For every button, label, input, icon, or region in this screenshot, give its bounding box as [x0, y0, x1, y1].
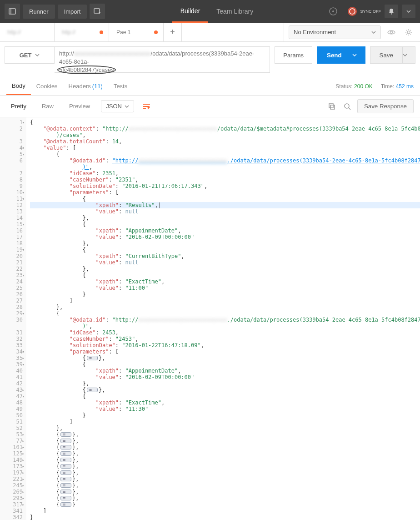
- tab-builder[interactable]: Builder: [172, 0, 209, 23]
- toggle-sidebar-button[interactable]: [5, 4, 20, 19]
- code-line[interactable]: }: [30, 514, 420, 520]
- fold-toggle[interactable]: ▸: [22, 489, 25, 495]
- code-line[interactable]: ]: [30, 419, 420, 425]
- code-line[interactable]: ]: [30, 298, 420, 304]
- fold-toggle[interactable]: ▾: [22, 361, 25, 368]
- fold-toggle[interactable]: ▸: [22, 476, 25, 482]
- fold-toggle[interactable]: ▾: [22, 196, 25, 202]
- fold-toggle[interactable]: ▾: [22, 393, 25, 399]
- code-line[interactable]: "value": null: [30, 208, 420, 215]
- code-line[interactable]: {: [30, 361, 420, 368]
- fold-toggle[interactable]: ▸: [22, 470, 25, 476]
- fold-toggle[interactable]: ▸: [22, 387, 25, 393]
- env-settings-button[interactable]: [402, 25, 415, 39]
- fold-toggle[interactable]: ▸: [22, 482, 25, 489]
- code-line[interactable]: "value": "11:30": [30, 406, 420, 412]
- code-line[interactable]: {: [30, 272, 420, 278]
- sync-status[interactable]: SYNC OFF: [347, 6, 381, 16]
- code-line[interactable]: "parameters": [: [30, 348, 420, 355]
- code-line[interactable]: )/cases",: [30, 132, 420, 138]
- code-line[interactable]: {: [30, 221, 420, 227]
- fold-toggle[interactable]: ▸: [22, 463, 25, 470]
- environment-select[interactable]: No Environment: [289, 25, 381, 39]
- runner-button[interactable]: Runner: [23, 5, 55, 19]
- code-line[interactable]: "xpath": "AppoinmentDate",: [30, 227, 420, 234]
- fold-toggle[interactable]: ▾: [22, 151, 25, 157]
- fold-toggle[interactable]: ▾: [22, 221, 25, 227]
- send-button[interactable]: Send: [317, 46, 352, 64]
- code-line[interactable]: {},: [30, 457, 420, 463]
- code-line[interactable]: {},: [30, 476, 420, 482]
- new-window-button[interactable]: [90, 4, 105, 19]
- code-line[interactable]: "@odata.context": "http://xxxxxxxxxxxxxx…: [30, 126, 420, 132]
- code-line[interactable]: "caseNumber": "2453",: [30, 336, 420, 342]
- code-line[interactable]: "xpath": "ExactTime",: [30, 399, 420, 406]
- wrap-lines-button[interactable]: [140, 101, 152, 111]
- response-tab-headers[interactable]: Headers (11): [63, 77, 108, 95]
- fold-toggle[interactable]: ▾: [22, 272, 25, 278]
- code-line[interactable]: {: [30, 247, 420, 253]
- request-tab-2[interactable]: http://: [55, 23, 109, 41]
- interceptor-button[interactable]: [325, 4, 341, 19]
- code-line[interactable]: "solutionDate": "2016-01-21T17:06:17.343…: [30, 183, 420, 189]
- fold-toggle[interactable]: ▸: [22, 431, 25, 438]
- search-response-button[interactable]: [342, 101, 353, 112]
- code-line[interactable]: {},: [30, 438, 420, 444]
- code-line[interactable]: {},: [30, 470, 420, 476]
- code-line[interactable]: {},: [30, 495, 420, 501]
- copy-response-button[interactable]: [326, 101, 337, 112]
- fold-toggle[interactable]: ▾: [22, 189, 25, 196]
- code-line[interactable]: "value": "2016-02-09T00:00:00": [30, 374, 420, 380]
- fold-toggle[interactable]: ▸: [22, 438, 25, 444]
- pretty-button[interactable]: Pretty: [6, 100, 31, 112]
- code-line[interactable]: "value": [: [30, 145, 420, 151]
- code-line[interactable]: "xpath": "ExactTime",: [30, 278, 420, 285]
- code-line[interactable]: "solutionDate": "2016-01-22T16:47:18.09"…: [30, 342, 420, 348]
- notifications-button[interactable]: [385, 5, 398, 18]
- fold-toggle[interactable]: ▾: [22, 145, 25, 151]
- code-line[interactable]: "xpath": "Results",|: [30, 202, 420, 208]
- tab-team-library[interactable]: Team Library: [208, 0, 261, 23]
- new-tab-button[interactable]: +: [164, 23, 182, 41]
- save-response-button[interactable]: Save Response: [357, 99, 414, 113]
- code-line[interactable]: )",: [30, 164, 420, 170]
- user-menu-button[interactable]: [402, 5, 415, 18]
- fold-toggle[interactable]: ▸: [22, 495, 25, 501]
- params-button[interactable]: Params: [275, 46, 312, 64]
- code-line[interactable]: {},: [30, 431, 420, 438]
- raw-button[interactable]: Raw: [37, 100, 58, 112]
- preview-button[interactable]: Preview: [65, 100, 95, 112]
- code-line[interactable]: "@odata.id": "http://xxxxxxxxxxxxxxxxxxx…: [30, 317, 420, 323]
- code-line[interactable]: },: [30, 304, 420, 310]
- response-tab-body[interactable]: Body: [6, 77, 31, 95]
- request-tab-1[interactable]: http://: [0, 23, 55, 41]
- code-line[interactable]: {: [30, 393, 420, 399]
- code-line[interactable]: },: [30, 266, 420, 272]
- fold-toggle[interactable]: ▾: [22, 119, 25, 126]
- code-line[interactable]: },: [30, 380, 420, 387]
- code-line[interactable]: )",: [30, 323, 420, 329]
- quick-look-button[interactable]: [385, 25, 398, 39]
- code-line[interactable]: "idCase": 2453,: [30, 329, 420, 336]
- response-tab-cookies[interactable]: Cookies: [31, 77, 63, 95]
- code-line[interactable]: "parameters": [: [30, 189, 420, 196]
- save-dropdown-button[interactable]: [403, 46, 415, 64]
- code-line[interactable]: {},: [30, 387, 420, 393]
- fold-toggle[interactable]: ▸: [22, 450, 25, 457]
- code-line[interactable]: {}: [30, 501, 420, 508]
- send-dropdown-button[interactable]: [352, 46, 365, 64]
- fold-toggle[interactable]: ▾: [22, 247, 25, 253]
- code-line[interactable]: {},: [30, 450, 420, 457]
- format-select[interactable]: JSON: [101, 100, 134, 112]
- code-line[interactable]: "caseNumber": "2351",: [30, 177, 420, 183]
- code-line[interactable]: "xpath": "AppoinmentDate",: [30, 368, 420, 374]
- code-line[interactable]: {: [30, 196, 420, 202]
- response-body[interactable]: 1▾234▾5▾678910▾11▾12131415▾16171819▾2021…: [0, 117, 420, 520]
- fold-toggle[interactable]: ▾: [22, 310, 25, 317]
- fold-toggle[interactable]: ▸: [22, 444, 25, 450]
- fold-toggle[interactable]: ▾: [22, 348, 25, 355]
- code-line[interactable]: {},: [30, 444, 420, 450]
- request-tab-3[interactable]: Pae 1: [109, 23, 164, 41]
- code-line[interactable]: },: [30, 240, 420, 247]
- code-line[interactable]: {: [30, 119, 420, 126]
